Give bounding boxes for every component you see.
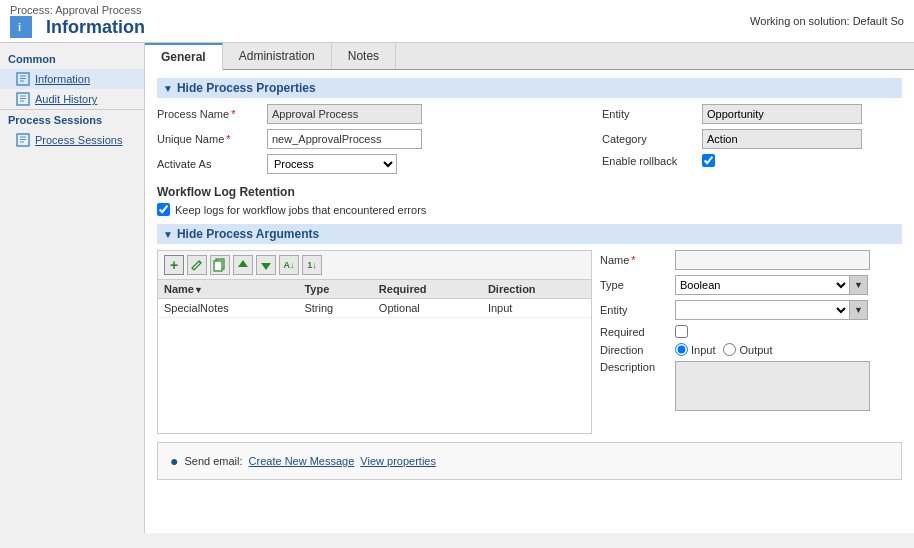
top-bar: Process: Approval Process i Information …	[0, 0, 914, 43]
audit-history-icon	[16, 92, 30, 106]
arg-type-label: Type	[600, 279, 675, 291]
move-up-button[interactable]	[233, 255, 253, 275]
step-area: ● Send email: Create New Message View pr…	[157, 442, 902, 480]
properties-left-col: Process Name* Unique Name* Activate As	[157, 104, 592, 179]
col-type: Type	[298, 280, 372, 299]
arg-description-group: Description	[600, 361, 902, 411]
arg-required-checkbox[interactable]	[675, 325, 688, 338]
properties-two-col: Process Name* Unique Name* Activate As	[157, 104, 902, 179]
collapse-properties-icon: ▼	[163, 83, 173, 94]
step-item: ● Send email: Create New Message View pr…	[170, 453, 889, 469]
col-required: Required	[373, 280, 482, 299]
arguments-left-col: + A↓ 1↓	[157, 250, 592, 434]
arg-type-select-wrap: Boolean ▼	[675, 275, 868, 295]
arg-direction-output-label: Output	[723, 343, 772, 356]
section-hide-process-arguments[interactable]: ▼ Hide Process Arguments	[157, 224, 902, 244]
category-input	[702, 129, 862, 149]
process-sessions-icon	[16, 133, 30, 147]
unique-name-label: Unique Name*	[157, 133, 267, 145]
entity-group: Entity	[602, 104, 902, 124]
edit-argument-button[interactable]	[187, 255, 207, 275]
arg-direction-output-radio[interactable]	[723, 343, 736, 356]
arg-type-select[interactable]: Boolean	[675, 275, 850, 295]
arg-description-textarea[interactable]	[675, 361, 870, 411]
tab-notes[interactable]: Notes	[332, 43, 396, 69]
arg-entity-label: Entity	[600, 304, 675, 316]
info-icon: i	[14, 20, 28, 34]
sort-num-button[interactable]: 1↓	[302, 255, 322, 275]
form-content: ▼ Hide Process Properties Process Name*	[145, 70, 914, 488]
arg-direction-input-radio[interactable]	[675, 343, 688, 356]
sidebar-section-common: Common	[0, 49, 144, 69]
unique-name-group: Unique Name*	[157, 129, 592, 149]
section-arguments-label: Hide Process Arguments	[177, 227, 319, 241]
page-heading: Information	[46, 17, 145, 38]
arg-entity-select-btn[interactable]: ▼	[850, 300, 868, 320]
arg-name-label: Name*	[600, 254, 675, 266]
tabs: General Administration Notes	[145, 43, 914, 70]
process-name-label: Process Name*	[157, 108, 267, 120]
arguments-right-col: Name* Type Boolean ▼	[592, 250, 902, 434]
col-direction: Direction	[482, 280, 591, 299]
sort-az-button[interactable]: A↓	[279, 255, 299, 275]
sidebar-item-information[interactable]: Information	[0, 69, 144, 89]
activate-as-group: Activate As Process	[157, 154, 592, 174]
arg-direction-label: Direction	[600, 344, 675, 356]
section-hide-process-properties[interactable]: ▼ Hide Process Properties	[157, 78, 902, 98]
row-type: String	[298, 299, 372, 318]
enable-rollback-group: Enable rollback	[602, 154, 902, 167]
sidebar: Common Information Audit History Process…	[0, 43, 145, 533]
step-send-email-label: Send email:	[184, 455, 242, 467]
arg-type-group: Type Boolean ▼	[600, 275, 902, 295]
workflow-log-section: Workflow Log Retention Keep logs for wor…	[157, 185, 902, 216]
svg-rect-16	[214, 261, 222, 271]
sidebar-item-process-sessions[interactable]: Process Sessions	[0, 130, 144, 150]
arg-direction-radios: Input Output	[675, 343, 773, 356]
arg-entity-select[interactable]	[675, 300, 850, 320]
table-row[interactable]: SpecialNotes String Optional Input	[158, 299, 591, 318]
copy-argument-button[interactable]	[210, 255, 230, 275]
sidebar-item-information-label: Information	[35, 73, 90, 85]
move-down-button[interactable]	[256, 255, 276, 275]
arg-direction-input-label: Input	[675, 343, 715, 356]
tab-general[interactable]: General	[145, 43, 223, 70]
information-icon	[16, 72, 30, 86]
arg-entity-select-wrap: ▼	[675, 300, 868, 320]
col-name: Name▼	[158, 280, 298, 299]
entity-input	[702, 104, 862, 124]
arguments-toolbar: + A↓ 1↓	[157, 250, 592, 279]
enable-rollback-label: Enable rollback	[602, 155, 702, 167]
keep-logs-label: Keep logs for workflow jobs that encount…	[175, 204, 426, 216]
sidebar-section-process-sessions: Process Sessions	[0, 109, 144, 130]
working-on-label: Working on solution: Default So	[750, 15, 904, 27]
svg-marker-18	[261, 263, 271, 270]
section-properties-label: Hide Process Properties	[177, 81, 316, 95]
arg-name-group: Name*	[600, 250, 902, 270]
svg-text:i: i	[18, 21, 21, 33]
copy-icon	[213, 258, 227, 272]
collapse-arguments-icon: ▼	[163, 229, 173, 240]
view-properties-link[interactable]: View properties	[360, 455, 436, 467]
unique-name-input[interactable]	[267, 129, 422, 149]
create-new-message-link[interactable]: Create New Message	[249, 455, 355, 467]
arg-type-select-btn[interactable]: ▼	[850, 275, 868, 295]
category-group: Category	[602, 129, 902, 149]
sidebar-item-audit-history[interactable]: Audit History	[0, 89, 144, 109]
workflow-log-label: Workflow Log Retention	[157, 185, 902, 199]
process-name-input[interactable]	[267, 104, 422, 124]
svg-marker-17	[238, 260, 248, 267]
properties-right-col: Entity Category Enable rollback	[592, 104, 902, 179]
activate-as-select-wrap: Process	[267, 154, 397, 174]
tab-administration[interactable]: Administration	[223, 43, 332, 69]
entity-label: Entity	[602, 108, 702, 120]
enable-rollback-checkbox[interactable]	[702, 154, 715, 167]
arg-name-input[interactable]	[675, 250, 870, 270]
category-label: Category	[602, 133, 702, 145]
add-argument-button[interactable]: +	[164, 255, 184, 275]
arg-direction-group: Direction Input Output	[600, 343, 902, 356]
keep-logs-checkbox[interactable]	[157, 203, 170, 216]
arg-required-group: Required	[600, 325, 902, 338]
activate-as-select[interactable]: Process	[267, 154, 397, 174]
arg-entity-group: Entity ▼	[600, 300, 902, 320]
activate-as-label: Activate As	[157, 158, 267, 170]
